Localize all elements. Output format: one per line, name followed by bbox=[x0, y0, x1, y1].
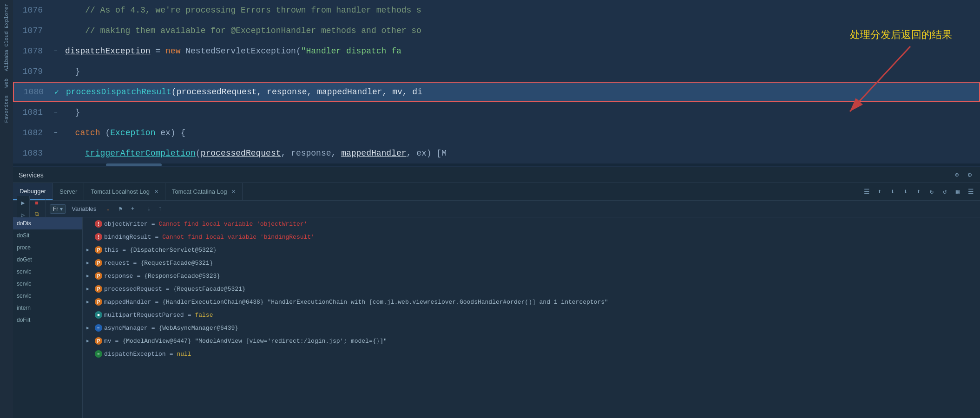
frame-selector[interactable]: Fr ▾ bbox=[50, 204, 66, 214]
debug-stop-icon[interactable]: ■ bbox=[32, 198, 42, 209]
var-objectwriter[interactable]: ! objectWriter = Cannot find local varia… bbox=[83, 217, 980, 230]
var-request-icon: P bbox=[95, 259, 102, 267]
var-bindingresult[interactable]: ! bindingResult = Cannot find local vari… bbox=[83, 230, 980, 243]
var-mappedhandler-eq: = bbox=[155, 299, 158, 306]
var-request-eq: = bbox=[133, 260, 137, 267]
var-response-expand[interactable]: ▶ bbox=[86, 273, 93, 279]
stack-item-intern[interactable]: intern bbox=[13, 302, 82, 314]
frame-chevron: ▾ bbox=[60, 206, 63, 212]
var-objectwriter-icon: ! bbox=[95, 220, 102, 228]
code-scrollbar-thumb[interactable] bbox=[106, 163, 162, 166]
line-number-1080: 1080 bbox=[14, 83, 51, 101]
var-processedrequest-value: {RequestFacade@5321} bbox=[173, 286, 246, 293]
var-bindingresult-icon: ! bbox=[95, 233, 102, 241]
var-processedrequest-expand[interactable]: ▶ bbox=[86, 286, 93, 292]
var-objectwriter-value: Cannot find local variable 'objectWriter… bbox=[158, 221, 307, 228]
stack-item-servic3[interactable]: servic bbox=[13, 290, 82, 302]
debug-step-over-icon[interactable]: ↓ bbox=[102, 203, 114, 215]
stack-item-dosit[interactable]: doSit bbox=[13, 229, 82, 242]
toolbar-icon-menu[interactable]: ☰ bbox=[861, 186, 872, 197]
var-asyncmanager-icon: ≡ bbox=[95, 324, 102, 332]
sidebar-label-web[interactable]: Web bbox=[3, 75, 10, 91]
toolbar-icon-grid[interactable]: ▦ bbox=[952, 186, 963, 197]
tab-tomcat-catalina[interactable]: Tomcat Catalina Log ✕ bbox=[165, 183, 243, 200]
debug-step-into-icon[interactable]: ↓ bbox=[144, 204, 154, 214]
line-content-1080[interactable]: processDispatchResult(processedRequest, … bbox=[62, 83, 979, 101]
stack-item-servic2[interactable]: servic bbox=[13, 278, 82, 290]
line-content-1079[interactable]: } bbox=[61, 61, 980, 82]
stack-item-servic1[interactable]: servic bbox=[13, 266, 82, 278]
tab-toolbar: ☰ ⬆ ⬇ ⬇ ⬆ ↻ ↺ ▦ ☰ bbox=[857, 183, 980, 200]
left-sidebar: Alibaba Cloud Explorer Web Favorites bbox=[0, 0, 13, 418]
tab-server[interactable]: Server bbox=[53, 183, 84, 200]
var-response-value: {ResponseFacade@5323} bbox=[144, 273, 220, 280]
tab-tomcat-catalina-close[interactable]: ✕ bbox=[231, 189, 236, 195]
var-mappedhandler-name: mappedHandler bbox=[104, 299, 151, 306]
settings-icon[interactable]: ⚙ bbox=[965, 170, 974, 180]
var-mappedhandler-icon: P bbox=[95, 298, 102, 306]
stack-item-dofilt[interactable]: doFilt bbox=[13, 314, 82, 326]
code-line-1080[interactable]: 1080 ✓ processDispatchResult(processedRe… bbox=[13, 82, 980, 102]
line-content-1077[interactable]: // making them available for @ExceptionH… bbox=[61, 20, 980, 41]
add-service-icon[interactable]: ⊕ bbox=[952, 170, 961, 180]
services-header-icons: ⊕ ⚙ bbox=[952, 170, 974, 180]
var-this[interactable]: ▶ P this = {DispatcherServlet@5322} bbox=[83, 243, 980, 256]
line-gutter-1082: − bbox=[50, 123, 61, 143]
toolbar-icon-download[interactable]: ⬇ bbox=[887, 186, 898, 197]
var-asyncmanager-eq: = bbox=[151, 325, 155, 332]
debug-filter-icon[interactable]: ⚑ bbox=[115, 203, 126, 215]
var-mappedhandler[interactable]: ▶ P mappedHandler = {HandlerExecutionCha… bbox=[83, 295, 980, 308]
tab-tomcat-localhost[interactable]: Tomcat Localhost Log ✕ bbox=[84, 183, 165, 200]
line-content-1083[interactable]: triggerAfterCompletion(processedRequest,… bbox=[61, 143, 980, 163]
var-objectwriter-eq: = bbox=[151, 221, 155, 228]
var-dispatchexception[interactable]: = dispatchException = null bbox=[83, 347, 980, 360]
line-number-1079: 1079 bbox=[13, 61, 50, 82]
tab-tomcat-catalina-label: Tomcat Catalina Log bbox=[172, 188, 227, 195]
var-request-expand[interactable]: ▶ bbox=[86, 260, 93, 266]
var-multipart[interactable]: ■ multipartRequestParsed = false bbox=[83, 308, 980, 321]
var-mv[interactable]: ▶ P mv = {ModelAndView@6447} "ModelAndVi… bbox=[83, 334, 980, 347]
stack-item-doget[interactable]: doGet bbox=[13, 254, 82, 266]
tab-tomcat-localhost-close[interactable]: ✕ bbox=[154, 189, 158, 195]
var-asyncmanager-expand[interactable]: ▶ bbox=[86, 325, 93, 331]
stack-item-proce[interactable]: proce bbox=[13, 242, 82, 254]
code-line-1079: 1079 } bbox=[13, 61, 980, 82]
line-content-1082[interactable]: catch (Exception ex) { bbox=[61, 123, 980, 143]
line-number-1081: 1081 bbox=[13, 102, 50, 123]
debug-resume-icon[interactable]: ▶ bbox=[18, 198, 28, 208]
var-this-expand[interactable]: ▶ bbox=[86, 247, 93, 253]
sidebar-label-cloud-explorer[interactable]: Alibaba Cloud Explorer bbox=[3, 0, 10, 75]
var-bindingresult-eq: = bbox=[155, 234, 158, 241]
code-scrollbar[interactable] bbox=[13, 163, 980, 166]
toolbar-icon-download2[interactable]: ⬇ bbox=[900, 186, 911, 197]
toolbar-icon-list[interactable]: ☰ bbox=[965, 186, 976, 197]
var-response[interactable]: ▶ P response = {ResponseFacade@5323} bbox=[83, 269, 980, 282]
toolbar-icon-scroll-up[interactable]: ⬆ bbox=[874, 186, 885, 197]
toolbar-icon-refresh[interactable]: ↻ bbox=[926, 186, 937, 197]
var-mv-expand[interactable]: ▶ bbox=[86, 338, 93, 344]
debugger-controls-row: ▶ ▷ ■ ⧉ Fr ▾ Variables ↓ ⚑ + ↓ ↑ bbox=[13, 201, 980, 217]
sidebar-label-favorites[interactable]: Favorites bbox=[3, 91, 10, 126]
var-mv-eq: = bbox=[115, 338, 119, 345]
line-number-1076: 1076 bbox=[13, 0, 50, 20]
stack-item-dodis[interactable]: doDis bbox=[13, 217, 82, 229]
var-mappedhandler-value: {HandlerExecutionChain@6438} "HandlerExe… bbox=[162, 299, 608, 306]
code-line-1077: 1077 // making them available for @Excep… bbox=[13, 20, 980, 41]
line-gutter-1081: − bbox=[50, 102, 61, 123]
variables-section-label: Variables bbox=[72, 205, 96, 212]
code-lines: 1076 // As of 4.3, we're processing Erro… bbox=[13, 0, 980, 163]
line-content-1078[interactable]: dispatchException = new NestedServletExc… bbox=[61, 41, 980, 61]
line-content-1081[interactable]: } bbox=[61, 102, 980, 123]
var-mappedhandler-expand[interactable]: ▶ bbox=[86, 299, 93, 305]
var-mv-value: {ModelAndView@6447} "ModelAndView [view=… bbox=[122, 338, 387, 345]
toolbar-icon-undo[interactable]: ↺ bbox=[939, 186, 950, 197]
var-asyncmanager[interactable]: ▶ ≡ asyncManager = {WebAsyncManager@6439… bbox=[83, 321, 980, 334]
toolbar-icon-upload[interactable]: ⬆ bbox=[913, 186, 924, 197]
code-editor: 1076 // As of 4.3, we're processing Erro… bbox=[13, 0, 980, 167]
var-processedrequest-eq: = bbox=[166, 286, 170, 293]
debug-add-icon[interactable]: + bbox=[127, 203, 138, 215]
var-processedrequest[interactable]: ▶ P processedRequest = {RequestFacade@53… bbox=[83, 282, 980, 295]
line-content-1076[interactable]: // As of 4.3, we're processing Errors th… bbox=[61, 0, 980, 20]
debug-step-out-icon[interactable]: ↑ bbox=[155, 204, 165, 214]
var-request[interactable]: ▶ P request = {RequestFacade@5321} bbox=[83, 256, 980, 269]
